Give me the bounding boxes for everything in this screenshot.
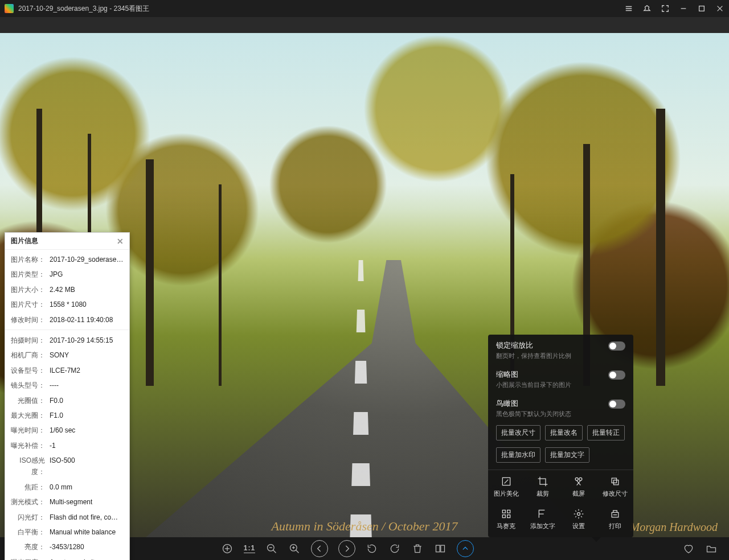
more-tools-button[interactable] <box>457 540 474 557</box>
toggle-switch[interactable] <box>608 341 625 351</box>
fit-screen-icon[interactable] <box>221 542 234 555</box>
tool-crop[interactable]: 裁剪 <box>525 470 561 503</box>
svg-point-10 <box>578 513 580 516</box>
toggle-title: 缩略图 <box>496 369 571 380</box>
info-value: JPG <box>45 269 63 280</box>
svg-rect-9 <box>507 515 510 518</box>
minimize-icon[interactable] <box>679 4 688 13</box>
svg-rect-5 <box>614 480 619 485</box>
favorite-icon[interactable] <box>682 542 695 555</box>
open-folder-icon[interactable] <box>705 542 718 555</box>
info-row: 曝光时间：1/60 sec <box>5 423 129 438</box>
svg-rect-8 <box>502 515 505 518</box>
toggle-subtitle: 小图展示当前目录下的图片 <box>496 381 571 389</box>
tool-label: 添加文字 <box>530 522 555 530</box>
tool-settings[interactable]: 设置 <box>561 503 597 535</box>
info-label: 图片大小： <box>11 284 45 295</box>
info-row: 最大光圈：F1.0 <box>5 408 129 423</box>
toggle-title: 鸟瞰图 <box>496 398 571 409</box>
info-value: SONY <box>45 349 69 361</box>
maximize-icon[interactable] <box>697 4 706 13</box>
info-row: 设备型号：ILCE-7M2 <box>5 363 129 378</box>
tool-label: 截屏 <box>572 489 585 498</box>
info-row: 亮度：-3453/1280 <box>5 540 129 554</box>
info-row: 光圈值：F0.0 <box>5 393 129 408</box>
toggle-row: 锁定缩放比翻页时，保持查看图片比例 <box>488 335 633 364</box>
info-row: ISO感光度：ISO-500 <box>5 453 129 480</box>
tool-label: 裁剪 <box>536 489 549 498</box>
rotate-left-icon[interactable] <box>366 542 378 555</box>
tool-print[interactable]: 打印 <box>597 503 633 535</box>
batch-button[interactable]: 批量转正 <box>587 425 625 440</box>
info-row: 相机厂商：SONY <box>5 348 129 363</box>
image-caption: Autumn in Söderåsen / October 2017 <box>272 519 458 534</box>
info-row: 曝光程序：Aperture priority <box>5 555 129 560</box>
info-value: Manual white balance <box>45 526 116 538</box>
close-icon[interactable] <box>715 4 724 13</box>
svg-rect-7 <box>507 510 510 513</box>
tool-add-text[interactable]: 添加文字 <box>525 503 561 535</box>
toggle-switch[interactable] <box>608 400 625 409</box>
next-image-button[interactable] <box>338 540 355 557</box>
info-label: 测光模式： <box>11 496 45 508</box>
pin-icon[interactable] <box>642 4 652 13</box>
info-row: 图片类型：JPG <box>5 267 129 282</box>
tool-label: 图片美化 <box>494 489 519 498</box>
fullscreen-icon[interactable] <box>661 4 670 13</box>
rotate-right-icon[interactable] <box>388 542 401 555</box>
info-panel-title: 图片信息 <box>11 236 38 246</box>
info-value: 2017-10-29 14:55:15 <box>45 335 113 346</box>
image-info-panel: 图片信息 ✕ 图片名称：2017-10-29_soderasen_3图片类型：J… <box>5 232 130 560</box>
delete-icon[interactable] <box>411 542 424 555</box>
toggle-title: 锁定缩放比 <box>496 340 571 351</box>
info-value: F1.0 <box>45 410 63 421</box>
info-label: 曝光时间： <box>11 425 45 436</box>
info-row: 修改时间：2018-02-11 19:40:08 <box>5 312 129 327</box>
info-value: 2017-10-29_soderasen_3 <box>45 254 124 265</box>
batch-button[interactable]: 批量加水印 <box>496 447 540 463</box>
info-label: ISO感光度： <box>11 455 45 478</box>
info-row: 白平衡：Manual white balance <box>5 525 129 540</box>
info-value: 1558 * 1080 <box>45 299 87 310</box>
info-label: 曝光程序： <box>11 557 45 560</box>
info-label: 设备型号： <box>11 365 45 376</box>
info-row: 图片大小：2.42 MB <box>5 282 129 297</box>
toggle-row: 鸟瞰图黑色极简下默认为关闭状态 <box>488 393 633 422</box>
info-label: 光圈值： <box>11 395 45 406</box>
prev-image-button[interactable] <box>311 540 328 557</box>
info-value: -3453/1280 <box>45 541 84 553</box>
tool-screenshot[interactable]: 截屏 <box>561 470 597 503</box>
info-row: 图片名称：2017-10-29_soderasen_3 <box>5 252 129 267</box>
toggle-subtitle: 翻页时，保持查看图片比例 <box>496 352 571 360</box>
tool-mosaic[interactable]: 马赛克 <box>488 503 525 535</box>
info-label: 镜头型号： <box>11 380 45 391</box>
svg-point-3 <box>579 477 582 480</box>
tool-label: 马赛克 <box>497 522 515 530</box>
info-value: Multi-segment <box>45 496 92 508</box>
info-row: 拍摄时间：2017-10-29 14:55:15 <box>5 330 129 348</box>
info-value: 2.42 MB <box>45 284 75 295</box>
settings-popup: 锁定缩放比翻页时，保持查看图片比例缩略图小图展示当前目录下的图片鸟瞰图黑色极简下… <box>488 335 633 537</box>
tool-beautify[interactable]: 图片美化 <box>488 470 525 503</box>
info-value: Aperture priority <box>45 557 98 560</box>
window-title: 2017-10-29_soderasen_3.jpg - 2345看图王 <box>18 4 624 14</box>
zoom-out-icon[interactable] <box>265 542 278 555</box>
batch-button[interactable]: 批量改尺寸 <box>496 425 540 440</box>
zoom-ratio[interactable]: 1:1 <box>244 544 255 553</box>
batch-button[interactable]: 批量加文字 <box>545 447 589 463</box>
close-info-panel-icon[interactable]: ✕ <box>117 237 124 246</box>
tool-label: 打印 <box>609 522 621 530</box>
menu-icon[interactable] <box>624 4 633 13</box>
app-icon <box>5 4 14 13</box>
info-row: 曝光补偿：-1 <box>5 438 129 453</box>
tool-label: 设置 <box>572 522 585 530</box>
info-row: 焦距：0.0 mm <box>5 480 129 495</box>
info-label: 闪光灯： <box>11 512 45 523</box>
toggle-switch[interactable] <box>608 370 625 380</box>
batch-button[interactable]: 批量改名 <box>545 425 583 440</box>
zoom-in-icon[interactable] <box>288 542 301 555</box>
compare-icon[interactable] <box>434 542 447 555</box>
info-label: 修改时间： <box>11 314 45 326</box>
tool-resize[interactable]: 修改尺寸 <box>597 470 633 503</box>
info-label: 相机厂商： <box>11 349 45 361</box>
